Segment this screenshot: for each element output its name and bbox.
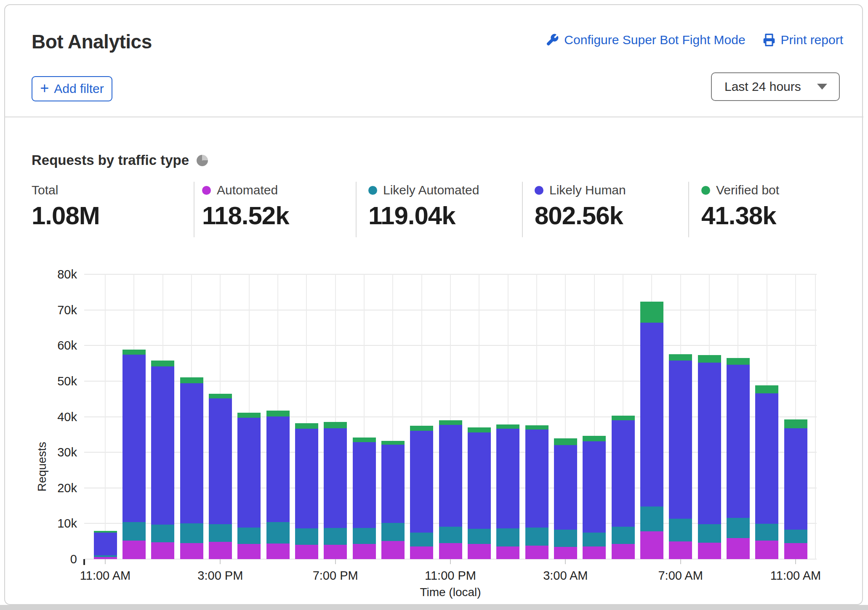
bar-segment-likely-human xyxy=(727,365,750,518)
bar-segment-likely-automated xyxy=(612,527,635,544)
bar-segment-verified-bot xyxy=(295,423,318,429)
x-tick-label-3: 11:00 PM xyxy=(400,569,501,583)
bar-segment-likely-automated xyxy=(381,523,405,541)
chart-bar-17-4-00-AM[interactable] xyxy=(583,436,606,559)
bar-segment-verified-bot xyxy=(583,436,606,441)
bottom-scroll-strip xyxy=(0,605,868,610)
chart-bar-21-8-00-AM[interactable] xyxy=(698,355,721,559)
bar-segment-verified-bot xyxy=(554,438,577,445)
chart-bar-22-9-00-AM[interactable] xyxy=(727,358,750,559)
bar-segment-likely-automated xyxy=(266,522,290,544)
bar-segment-likely-automated xyxy=(295,528,318,545)
bar-segment-likely-human xyxy=(410,431,433,533)
bar-segment-verified-bot xyxy=(237,413,261,418)
bar-segment-likely-human xyxy=(266,416,290,522)
bar-segment-likely-human xyxy=(122,355,146,522)
bar-segment-automated xyxy=(180,543,203,559)
chart-bar-6-5-00-PM[interactable] xyxy=(266,411,290,559)
y-axis-title: Requests xyxy=(35,442,49,491)
bar-segment-verified-bot xyxy=(151,361,174,366)
chart-bar-9-8-00-PM[interactable] xyxy=(353,438,376,559)
bar-segment-likely-automated xyxy=(324,528,347,545)
bar-segment-automated xyxy=(669,541,692,559)
x-axis-title: Time (local) xyxy=(387,586,514,599)
chart-bar-20-7-00-AM[interactable] xyxy=(669,354,692,559)
bar-segment-automated xyxy=(94,557,117,559)
y-tick-label-0: 0 xyxy=(27,552,77,567)
bar-segment-likely-automated xyxy=(151,525,174,542)
x-tick-label-2: 7:00 PM xyxy=(285,569,386,583)
chart-bar-19-6-00-AM[interactable] xyxy=(640,302,663,559)
chart-bar-18-5-00-AM[interactable] xyxy=(612,416,635,559)
y-tick-label-70k: 70k xyxy=(27,302,77,318)
bar-segment-verified-bot xyxy=(496,424,519,429)
bar-segment-likely-automated xyxy=(439,527,462,543)
gridline-x-0 xyxy=(105,274,106,559)
bar-segment-likely-human xyxy=(669,361,692,519)
bar-segment-automated xyxy=(381,541,405,559)
bar-segment-likely-human xyxy=(324,428,347,528)
bar-segment-automated xyxy=(698,543,721,559)
bar-segment-automated xyxy=(468,544,491,559)
bar-segment-likely-automated xyxy=(468,529,491,544)
chart-bar-23-10-00-AM[interactable] xyxy=(755,385,778,559)
chart-bar-1-12-00-PM[interactable] xyxy=(122,350,146,559)
bar-segment-likely-human xyxy=(295,429,318,528)
bar-segment-automated xyxy=(496,546,519,559)
chart-bar-15-2-00-AM[interactable] xyxy=(525,425,548,559)
y-tick-label-80k: 80k xyxy=(27,267,77,282)
chart-bar-4-3-00-PM[interactable] xyxy=(209,394,232,559)
bar-segment-likely-human xyxy=(755,393,778,524)
bar-segment-likely-human xyxy=(439,425,462,527)
bar-segment-likely-automated xyxy=(237,528,261,544)
chart-bar-13-12-00-AM[interactable] xyxy=(468,427,491,559)
bar-segment-verified-bot xyxy=(612,416,635,420)
chart-bar-14-1-00-AM[interactable] xyxy=(496,424,519,559)
bar-segment-likely-human xyxy=(640,323,663,507)
bar-segment-likely-human xyxy=(784,428,807,529)
bar-segment-automated xyxy=(353,544,376,559)
chart-bar-12-11-00-PM[interactable] xyxy=(439,420,462,559)
x-tick-7-00-AM xyxy=(680,559,681,564)
bar-segment-likely-human xyxy=(237,418,261,528)
chart-bar-5-4-00-PM[interactable] xyxy=(237,413,261,559)
chart-bar-0-11-00-AM[interactable] xyxy=(94,531,117,559)
bar-segment-verified-bot xyxy=(266,411,290,416)
x-tick-11-00-AM xyxy=(105,559,106,564)
bar-segment-automated xyxy=(583,546,606,559)
chart-bar-7-6-00-PM[interactable] xyxy=(295,423,318,559)
chart-bar-10-9-00-PM[interactable] xyxy=(381,441,405,559)
bar-segment-likely-automated xyxy=(554,530,577,547)
bar-segment-automated xyxy=(151,542,174,559)
bar-segment-verified-bot xyxy=(669,354,692,361)
bar-segment-likely-automated xyxy=(525,528,548,546)
bar-segment-verified-bot xyxy=(698,355,721,363)
y-tick-label-20k: 20k xyxy=(27,480,77,496)
bar-segment-verified-bot xyxy=(353,438,376,442)
bar-segment-likely-human xyxy=(583,441,606,533)
chart-bar-16-3-00-AM[interactable] xyxy=(554,438,577,559)
bar-segment-likely-automated xyxy=(353,528,376,544)
chart-bar-11-10-00-PM[interactable] xyxy=(410,426,433,559)
bar-segment-verified-bot xyxy=(122,350,146,355)
x-tick-label-6: 11:00 AM xyxy=(745,569,846,583)
bar-segment-automated xyxy=(237,544,261,559)
chart-bar-2-1-00-PM[interactable] xyxy=(151,361,174,559)
chart-bar-3-2-00-PM[interactable] xyxy=(180,377,203,559)
bar-segment-verified-bot xyxy=(784,419,807,428)
bar-segment-likely-automated xyxy=(496,528,519,546)
bar-segment-automated xyxy=(122,541,146,559)
bar-segment-likely-human xyxy=(353,442,376,528)
bar-segment-automated xyxy=(612,544,635,559)
bar-segment-automated xyxy=(525,546,548,559)
bar-segment-automated xyxy=(554,547,577,559)
bar-segment-automated xyxy=(727,538,750,559)
bar-segment-verified-bot xyxy=(525,425,548,430)
bar-segment-likely-human xyxy=(209,398,232,524)
bar-segment-automated xyxy=(640,531,663,559)
chart-bar-8-7-00-PM[interactable] xyxy=(324,422,347,559)
bar-segment-likely-human xyxy=(94,533,117,555)
requests-by-traffic-type-chart: 010k20k30k40k50k60k70k80k11:00 AM3:00 PM… xyxy=(0,0,868,610)
bar-segment-likely-automated xyxy=(180,523,203,543)
chart-bar-24-11-00-AM[interactable] xyxy=(784,419,807,559)
